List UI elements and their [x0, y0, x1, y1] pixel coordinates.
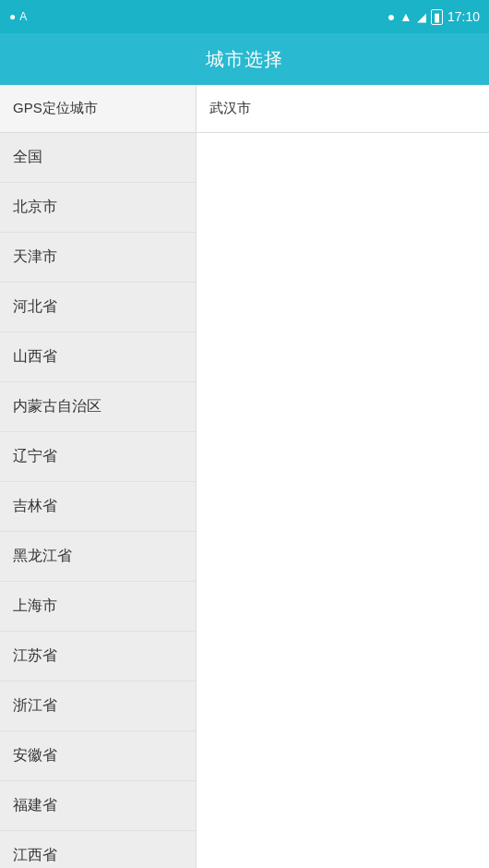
list-item[interactable]: 江苏省 [0, 632, 196, 681]
list-item[interactable]: 上海市 [0, 582, 196, 632]
clock: 17:10 [447, 9, 480, 24]
list-item[interactable]: 安徽省 [0, 731, 196, 781]
status-bar: ● A ● ▲ ◢ ▮ 17:10 [0, 0, 489, 33]
page-title: 城市选择 [206, 47, 283, 72]
wifi-icon: ◢ [417, 10, 426, 24]
list-item[interactable]: 辽宁省 [0, 432, 196, 482]
list-item[interactable]: 北京市 [0, 183, 196, 233]
list-item[interactable]: 福建省 [0, 781, 196, 831]
list-item[interactable]: 黑龙江省 [0, 532, 196, 582]
right-panel: 武汉市 [197, 85, 489, 868]
status-left-icons: ● A [9, 10, 27, 23]
title-bar: 城市选择 [0, 33, 489, 85]
list-item[interactable]: 全国 [0, 133, 196, 183]
gps-header: GPS定位城市 [0, 85, 196, 133]
battery-icon: ▮ [431, 9, 443, 25]
location-icon: ● [388, 9, 395, 24]
selected-city: 武汉市 [197, 85, 489, 133]
signal-icon: ▲ [400, 9, 412, 24]
list-item[interactable]: 山西省 [0, 332, 196, 382]
list-item[interactable]: 吉林省 [0, 482, 196, 532]
list-item[interactable]: 江西省 [0, 831, 196, 868]
status-right-icons: ● ▲ ◢ ▮ 17:10 [388, 9, 480, 25]
list-item[interactable]: 浙江省 [0, 681, 196, 731]
main-content: GPS定位城市 全国北京市天津市河北省山西省内蒙古自治区辽宁省吉林省黑龙江省上海… [0, 85, 489, 868]
list-item[interactable]: 天津市 [0, 233, 196, 283]
left-panel: GPS定位城市 全国北京市天津市河北省山西省内蒙古自治区辽宁省吉林省黑龙江省上海… [0, 85, 197, 868]
city-content [197, 133, 489, 868]
list-item[interactable]: 河北省 [0, 283, 196, 332]
notification-icon: A [19, 10, 27, 23]
list-item[interactable]: 内蒙古自治区 [0, 382, 196, 432]
gps-icon: ● [9, 10, 16, 23]
region-list: 全国北京市天津市河北省山西省内蒙古自治区辽宁省吉林省黑龙江省上海市江苏省浙江省安… [0, 133, 196, 868]
